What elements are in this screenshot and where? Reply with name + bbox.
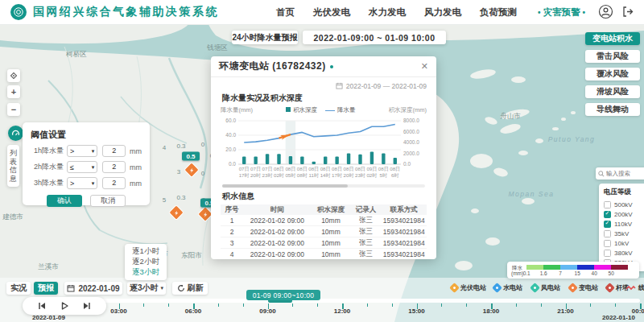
operator-select[interactable]: >▾: [67, 145, 97, 157]
threshold-value-input[interactable]: 2: [102, 161, 126, 173]
timeline-tick: [168, 303, 169, 307]
rain-scale-label: 降水(mm): [511, 265, 523, 276]
table-cell: 张三: [350, 250, 381, 259]
checkbox-icon[interactable]: [604, 250, 611, 257]
active-dot: •: [582, 8, 585, 17]
dialog-date-range[interactable]: 2022-01-09 — 2022-01-09: [211, 77, 436, 92]
nav-item-1[interactable]: 光伏发电: [313, 6, 350, 19]
checkbox-checked-icon[interactable]: [604, 221, 611, 228]
chart-scrollbar-thumb[interactable]: [222, 184, 348, 188]
operator-select[interactable]: >▾: [67, 177, 97, 189]
lightning-icon: [203, 212, 208, 217]
nav-item-4[interactable]: 负荷预测: [480, 6, 517, 19]
threshold-value-input[interactable]: 2: [102, 177, 126, 189]
chart-section-title: 降水量实况及积水深度: [211, 92, 436, 104]
rain-badge[interactable]: 0.5: [182, 152, 200, 161]
table-row[interactable]: 42022-01-02 09:0010mm张三15934021984: [221, 249, 427, 259]
interval-menu-item-0[interactable]: 逐1小时: [125, 246, 167, 257]
legend-item-depth[interactable]: 积水深度: [286, 106, 317, 114]
threshold-row-label: 1h降水量: [31, 146, 67, 156]
list-info-tab[interactable]: 列表信息: [7, 145, 19, 187]
skip-end-icon[interactable]: [82, 301, 92, 311]
risk-button-2[interactable]: 覆冰风险: [585, 68, 640, 80]
voltage-option-4[interactable]: 10kV: [604, 238, 644, 248]
risk-button-0[interactable]: 变电站积水: [585, 32, 640, 45]
table-row[interactable]: 32022-01-02 09:0010mm张三15934021984: [221, 237, 427, 249]
threshold-row-label: 3h降水量: [31, 178, 67, 188]
user-avatar-button[interactable]: [598, 4, 613, 23]
timeline-start-date: 2022-01-09: [32, 314, 65, 321]
nav-label: 水力发电: [369, 7, 406, 17]
risk-button-4[interactable]: 导线舞动: [585, 103, 640, 116]
timeline-track[interactable]: [44, 299, 640, 303]
station-legend-item-2[interactable]: 风电站: [531, 283, 560, 292]
nav-item-0[interactable]: 首页: [276, 6, 295, 19]
map-rain-value: 4: [163, 144, 166, 151]
voltage-option-5[interactable]: 380kV: [604, 248, 644, 258]
forecast-24h-button[interactable]: 24小时降水量预报: [232, 31, 298, 44]
nav-label: 风力发电: [424, 7, 461, 17]
interval-menu-item-2[interactable]: 逐3小时: [125, 267, 167, 278]
operator-select[interactable]: ≤▾: [67, 161, 97, 173]
skip-start-icon[interactable]: [37, 301, 47, 311]
timeline-tick: [466, 303, 467, 307]
time-range-display[interactable]: 2022-01-09:00 ~ 01-09 10:00: [303, 31, 446, 44]
map-rain-value: 0.3: [176, 194, 185, 201]
threshold-settings-button[interactable]: [8, 126, 23, 141]
line-legend-swatch: [325, 110, 335, 111]
interval-dropdown[interactable]: 逐3小时 ▾: [127, 282, 166, 295]
threshold-unit: mm: [130, 163, 142, 171]
nav-label: 灾害预警: [543, 7, 580, 17]
zoom-in-button[interactable]: +: [7, 85, 20, 98]
cancel-button[interactable]: 取消: [90, 195, 126, 207]
interval-menu-item-1[interactable]: 逐2小时: [125, 257, 167, 267]
svg-text:08日: 08日: [320, 166, 331, 172]
close-icon[interactable]: ✕: [421, 61, 428, 72]
interval-text: 逐3小时: [130, 283, 159, 294]
station-legend-item-1[interactable]: 水电站: [493, 283, 522, 292]
checkbox-icon[interactable]: [604, 201, 611, 208]
checkbox-icon[interactable]: [604, 240, 611, 247]
voltage-option-2[interactable]: 110kV: [604, 219, 644, 229]
legend-item-rain[interactable]: 降水量: [325, 106, 356, 114]
confirm-button[interactable]: 确认: [47, 195, 82, 207]
risk-button-3[interactable]: 滑坡风险: [585, 85, 640, 98]
zoom-out-button[interactable]: −: [7, 103, 20, 116]
station-legend-item-0[interactable]: 光伏电站: [451, 283, 486, 292]
nav-item-3[interactable]: 风力发电: [424, 6, 461, 19]
nav-item-5[interactable]: •灾害预警•: [535, 6, 588, 19]
live-button[interactable]: 实况: [6, 282, 31, 295]
voltage-option-1[interactable]: 200kV: [604, 209, 644, 219]
svg-text:08日: 08日: [285, 166, 295, 172]
table-row[interactable]: 22022-01-02 09:0010mm张三15934021984: [221, 226, 427, 237]
station-diamond-icon: [568, 283, 578, 293]
table-header-cell: 积水深度: [312, 205, 351, 215]
svg-text:08日: 08日: [274, 166, 284, 172]
voltage-option-3[interactable]: 35kV: [604, 229, 644, 238]
checkbox-icon[interactable]: [604, 230, 611, 237]
dialog-header: 环塘变电站 (16782432) ✕: [211, 56, 436, 77]
app-root: 柯桥区钱塘区建德市兰溪市义乌市东阳市舟山市Putuo YangMopan Sea…: [0, 0, 644, 322]
svg-text:08时: 08时: [297, 172, 308, 178]
forecast-button[interactable]: 预报: [34, 282, 58, 295]
table-cell: 4: [221, 250, 243, 258]
search-input[interactable]: [605, 169, 642, 178]
checkbox-checked-icon[interactable]: [604, 211, 611, 218]
locate-button[interactable]: [7, 69, 20, 82]
risk-button-1[interactable]: 雷击风险: [585, 50, 640, 63]
play-icon[interactable]: [60, 301, 69, 311]
station-legend-item-5[interactable]: 线路: [625, 283, 644, 292]
table-cell: 2022-01-02 09:00: [243, 239, 311, 247]
right-axis-label: 积水深度(mm): [389, 106, 427, 114]
date-picker[interactable]: 2022-01-09: [64, 282, 122, 295]
table-cell: 10mm: [312, 250, 351, 258]
nav-item-2[interactable]: 水力发电: [369, 6, 406, 19]
refresh-button[interactable]: 刷新: [172, 282, 208, 295]
logout-button[interactable]: [621, 5, 634, 22]
svg-text:23时: 23时: [355, 172, 365, 178]
station-legend-item-3[interactable]: 变电站: [569, 283, 598, 292]
voltage-option-0[interactable]: 500kV: [604, 200, 644, 209]
svg-text:17时: 17时: [332, 172, 342, 178]
threshold-value-input[interactable]: 2: [102, 145, 126, 157]
table-row[interactable]: 12022-01-02 09:0010mm张三15934021984: [221, 215, 427, 226]
